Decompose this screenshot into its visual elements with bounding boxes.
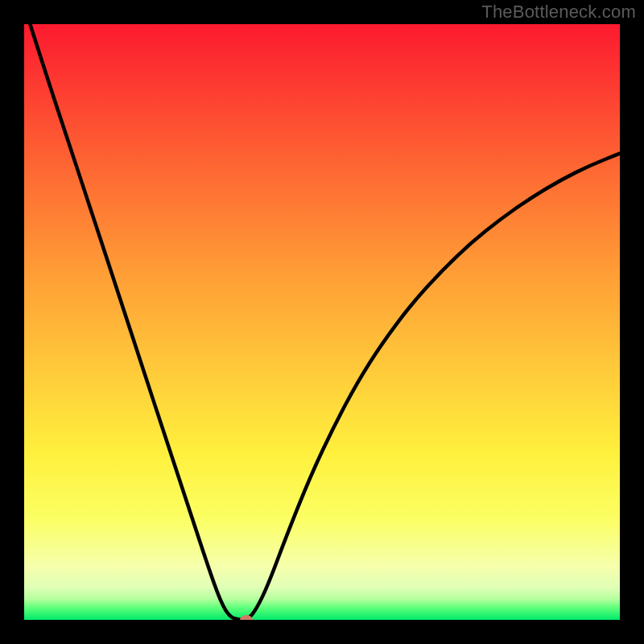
minimum-marker	[240, 615, 253, 620]
bottleneck-curve	[24, 24, 620, 620]
chart-container: TheBottleneck.com	[0, 0, 644, 644]
watermark-text: TheBottleneck.com	[481, 2, 636, 23]
plot-area	[24, 24, 620, 620]
